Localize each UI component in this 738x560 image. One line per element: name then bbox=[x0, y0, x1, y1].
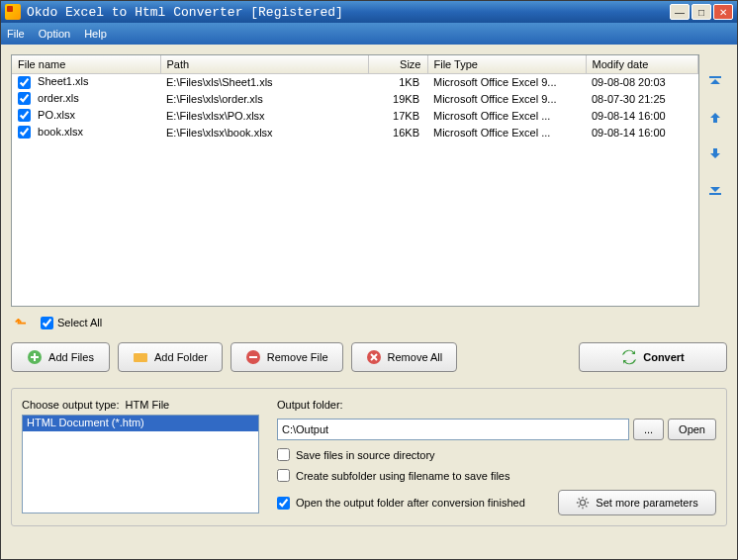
more-parameters-button[interactable]: Set more parameters bbox=[558, 490, 716, 515]
menu-help[interactable]: Help bbox=[84, 28, 107, 40]
plus-icon bbox=[27, 349, 43, 365]
save-source-checkbox[interactable] bbox=[277, 448, 290, 461]
file-checkbox[interactable] bbox=[18, 126, 31, 139]
convert-label: Convert bbox=[643, 351, 685, 363]
table-row[interactable]: PO.xlsxE:\Files\xlsx\PO.xlsx17KBMicrosof… bbox=[12, 107, 698, 124]
file-table-container: File name Path Size File Type Modify dat… bbox=[11, 54, 699, 307]
file-type: Microsoft Office Excel ... bbox=[427, 107, 586, 124]
file-path: E:\Files\xlsx\PO.xlsx bbox=[160, 107, 368, 124]
browse-button[interactable]: ... bbox=[633, 419, 664, 440]
subfolder-label: Create subfolder using filename to save … bbox=[296, 470, 509, 482]
maximize-button[interactable]: □ bbox=[692, 4, 711, 20]
remove-file-label: Remove File bbox=[267, 351, 328, 363]
minus-icon bbox=[245, 349, 261, 365]
save-source-label: Save files in source directory bbox=[296, 449, 435, 461]
minimize-button[interactable]: — bbox=[670, 4, 690, 20]
file-type: Microsoft Office Excel ... bbox=[427, 124, 586, 140]
remove-file-button[interactable]: Remove File bbox=[231, 342, 343, 372]
file-name: order.xls bbox=[38, 92, 79, 104]
file-path: E:\Files\xls\Sheet1.xls bbox=[160, 73, 368, 90]
file-size: 19KB bbox=[368, 90, 427, 107]
add-folder-button[interactable]: Add Folder bbox=[118, 342, 223, 372]
output-options-section: Output folder: ... Open Save files in so… bbox=[277, 399, 716, 515]
file-date: 08-07-30 21:25 bbox=[586, 90, 698, 107]
add-folder-label: Add Folder bbox=[154, 351, 208, 363]
file-path: E:\Files\xlsx\book.xlsx bbox=[160, 124, 368, 140]
file-table: File name Path Size File Type Modify dat… bbox=[12, 55, 698, 292]
output-folder-input[interactable] bbox=[277, 419, 629, 440]
select-all-label: Select All bbox=[57, 317, 102, 328]
table-row[interactable]: order.xlsE:\Files\xls\order.xls19KBMicro… bbox=[12, 90, 698, 107]
folder-icon bbox=[133, 349, 148, 365]
svg-rect-1 bbox=[134, 353, 147, 362]
reorder-controls bbox=[703, 54, 727, 307]
col-size[interactable]: Size bbox=[368, 55, 427, 73]
subfolder-row: Create subfolder using filename to save … bbox=[277, 469, 716, 482]
add-files-button[interactable]: Add Files bbox=[11, 342, 110, 372]
file-checkbox[interactable] bbox=[18, 92, 31, 105]
remove-all-label: Remove All bbox=[388, 351, 443, 363]
col-type[interactable]: File Type bbox=[427, 55, 586, 73]
open-after-checkbox[interactable] bbox=[277, 497, 290, 510]
move-top-button[interactable] bbox=[705, 72, 725, 92]
col-date[interactable]: Modify date bbox=[586, 55, 698, 73]
col-path[interactable]: Path bbox=[160, 55, 368, 73]
subfolder-checkbox[interactable] bbox=[277, 469, 290, 482]
remove-all-button[interactable]: Remove All bbox=[351, 342, 458, 372]
file-path: E:\Files\xls\order.xls bbox=[160, 90, 368, 107]
file-checkbox[interactable] bbox=[18, 76, 31, 89]
output-type-label: Choose output type: HTM File bbox=[22, 399, 259, 411]
select-all-row: ⬑ Select All bbox=[11, 313, 727, 332]
open-after-row: Open the output folder after conversion … bbox=[277, 497, 548, 510]
svg-point-6 bbox=[581, 500, 586, 505]
file-size: 16KB bbox=[368, 124, 427, 140]
app-window: Okdo Excel to Html Converter [Registered… bbox=[0, 0, 738, 560]
settings-panel: Choose output type: HTM File HTML Docume… bbox=[11, 388, 727, 526]
convert-button[interactable]: Convert bbox=[579, 342, 727, 372]
move-up-button[interactable] bbox=[705, 108, 725, 128]
file-name: Sheet1.xls bbox=[38, 75, 88, 87]
file-date: 09-08-14 16:00 bbox=[586, 107, 698, 124]
output-type-list[interactable]: HTML Document (*.htm) bbox=[22, 415, 259, 513]
table-header-row: File name Path Size File Type Modify dat… bbox=[12, 55, 698, 73]
add-files-label: Add Files bbox=[48, 351, 94, 363]
output-type-current: HTM File bbox=[126, 399, 170, 411]
menubar: File Option Help bbox=[1, 23, 737, 45]
file-area: File name Path Size File Type Modify dat… bbox=[11, 54, 727, 307]
move-bottom-button[interactable] bbox=[705, 179, 725, 199]
content-area: File name Path Size File Type Modify dat… bbox=[1, 45, 737, 559]
select-all-checkbox[interactable] bbox=[41, 317, 53, 329]
file-name: book.xlsx bbox=[38, 126, 83, 138]
move-down-button[interactable] bbox=[705, 143, 725, 163]
col-filename[interactable]: File name bbox=[12, 55, 160, 73]
app-icon bbox=[5, 4, 21, 20]
file-date: 09-08-14 16:00 bbox=[586, 124, 698, 140]
file-size: 1KB bbox=[368, 73, 427, 90]
convert-icon bbox=[621, 349, 637, 365]
more-parameters-label: Set more parameters bbox=[596, 497, 697, 509]
table-row[interactable]: book.xlsxE:\Files\xlsx\book.xlsx16KBMicr… bbox=[12, 124, 698, 140]
up-folder-icon[interactable]: ⬑ bbox=[15, 315, 27, 330]
window-controls: — □ ✕ bbox=[670, 4, 733, 20]
window-title: Okdo Excel to Html Converter [Registered… bbox=[27, 5, 670, 20]
x-icon bbox=[366, 349, 382, 365]
save-source-row: Save files in source directory bbox=[277, 448, 716, 461]
titlebar: Okdo Excel to Html Converter [Registered… bbox=[1, 1, 737, 23]
file-name: PO.xlsx bbox=[38, 109, 75, 121]
output-folder-row: ... Open bbox=[277, 419, 716, 440]
table-row[interactable]: Sheet1.xlsE:\Files\xls\Sheet1.xls1KBMicr… bbox=[12, 73, 698, 90]
file-type: Microsoft Office Excel 9... bbox=[427, 73, 586, 90]
file-size: 17KB bbox=[368, 107, 427, 124]
output-folder-label: Output folder: bbox=[277, 399, 716, 411]
menu-file[interactable]: File bbox=[7, 28, 25, 40]
file-checkbox[interactable] bbox=[18, 109, 31, 122]
file-type: Microsoft Office Excel 9... bbox=[427, 90, 586, 107]
open-folder-button[interactable]: Open bbox=[668, 419, 716, 440]
close-button[interactable]: ✕ bbox=[713, 4, 733, 20]
file-date: 09-08-08 20:03 bbox=[586, 73, 698, 90]
output-type-section: Choose output type: HTM File HTML Docume… bbox=[22, 399, 259, 515]
open-after-label: Open the output folder after conversion … bbox=[296, 497, 525, 509]
action-button-row: Add Files Add Folder Remove File Remove … bbox=[11, 338, 727, 376]
menu-option[interactable]: Option bbox=[39, 28, 70, 40]
output-type-option[interactable]: HTML Document (*.htm) bbox=[23, 416, 258, 431]
